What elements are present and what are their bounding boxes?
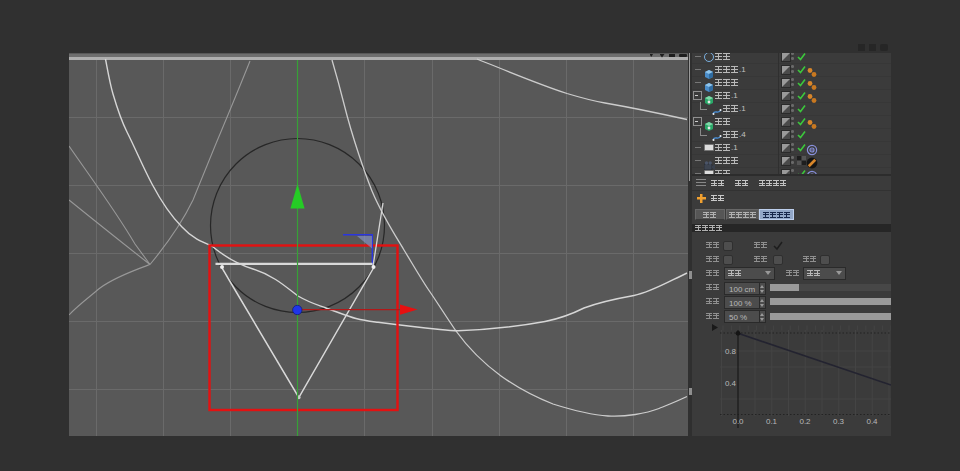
svg-text:0.8: 0.8 [725,347,737,356]
svg-text:0.1: 0.1 [766,417,778,426]
svg-text:0.4: 0.4 [866,417,878,426]
svg-text:0.4: 0.4 [725,379,737,388]
svg-text:0.2: 0.2 [799,417,811,426]
svg-text:0.0: 0.0 [732,417,744,426]
svg-text:0.3: 0.3 [833,417,845,426]
